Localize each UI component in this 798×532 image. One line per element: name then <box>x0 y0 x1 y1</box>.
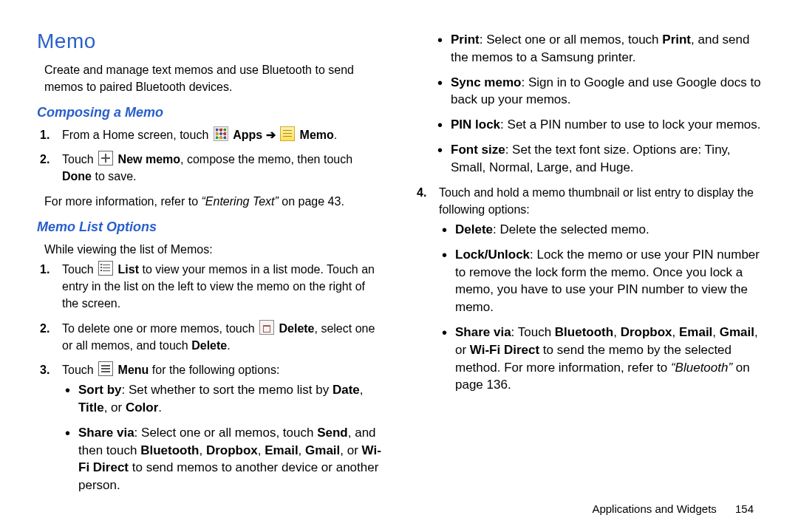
right-column: Print: Select one or all memos, touch Pr… <box>414 27 761 473</box>
apps-label: Apps <box>233 129 262 141</box>
left-column: Memo Create and manage text memos and us… <box>37 27 384 473</box>
text: : Delete the selected memo. <box>493 222 649 236</box>
memo-label: Memo <box>300 129 334 141</box>
text: , or <box>340 443 361 457</box>
title: Title <box>78 400 104 415</box>
text: to save. <box>92 170 136 183</box>
list-label: List <box>118 263 139 276</box>
email: Email <box>679 325 712 339</box>
text: , compose the memo, then touch <box>180 153 352 166</box>
text: . <box>334 129 337 141</box>
text: for the following options: <box>149 364 279 376</box>
opt-sharevia: Share via: Select one or all memos, touc… <box>75 424 384 494</box>
manual-page: Memo Create and manage text memos and us… <box>0 0 798 488</box>
hold-options: Delete: Delete the selected memo. Lock/U… <box>439 221 761 394</box>
menu-options: Sort by: Set whether to sort the memo li… <box>62 381 384 494</box>
send: Send <box>317 426 348 440</box>
listopts-steps: Touch List to view your memos in a list … <box>37 261 384 494</box>
text: , <box>360 383 364 397</box>
gmail: Gmail <box>720 325 754 339</box>
listopts-step-4: Touch and hold a memo thumbnail or list … <box>434 184 761 395</box>
date: Date <box>332 383 360 397</box>
opt-delete: Delete: Delete the selected memo. <box>452 221 761 239</box>
ref-link: “Bluetooth” <box>671 361 732 375</box>
listopts-heading: Memo List Options <box>37 217 384 236</box>
label: Lock/Unlock <box>455 248 530 262</box>
newmemo-label: New memo <box>118 153 180 166</box>
text: : Select one or all memos, touch <box>480 33 663 47</box>
text: : Set whether to sort the memo list by <box>122 383 332 397</box>
listopts-intro: While viewing the list of Memos: <box>44 241 384 258</box>
page-footer: Applications and Widgets 154 <box>592 501 754 517</box>
text: Touch and hold a memo thumbnail or list … <box>439 186 754 216</box>
label: Share via <box>455 325 511 339</box>
text: on page 43. <box>279 195 344 208</box>
opt-pinlock: PIN lock: Set a PIN number to use to loc… <box>448 116 761 134</box>
list-icon <box>98 261 113 276</box>
text: To delete one or more memos, touch <box>62 322 258 335</box>
listopts-step-4-wrap: Touch and hold a memo thumbnail or list … <box>414 184 761 395</box>
bluetooth: Bluetooth <box>140 443 199 457</box>
opt-lockunlock: Lock/Unlock: Lock the memo or use your P… <box>452 246 761 316</box>
opt-sharevia-2: Share via: Touch Bluetooth, Dropbox, Ema… <box>452 324 761 394</box>
color: Color <box>126 400 158 415</box>
opt-print: Print: Select one or all memos, touch Pr… <box>448 31 761 66</box>
arrow-icon: ➔ <box>266 129 279 141</box>
text: Touch <box>62 153 97 166</box>
new-memo-icon <box>98 151 113 166</box>
text: , <box>613 325 620 339</box>
text: , <box>258 443 265 457</box>
memo-icon <box>280 126 295 141</box>
menu-icon <box>98 361 113 376</box>
composing-step-1: From a Home screen, touch Apps ➔ Memo. <box>58 126 384 143</box>
listopts-step-3: Touch Menu for the following options: So… <box>58 361 384 494</box>
menu-options-cont: Print: Select one or all memos, touch Pr… <box>414 31 761 177</box>
delete-label-2: Delete <box>191 339 227 352</box>
apps-icon <box>214 126 228 141</box>
label: Print <box>451 33 480 47</box>
done-label: Done <box>62 170 92 183</box>
composing-step-2: Touch New memo, compose the memo, then t… <box>58 151 384 185</box>
text: : Select one or all memos, touch <box>134 426 318 440</box>
opt-sortby: Sort by: Set whether to sort the memo li… <box>75 381 384 417</box>
label: Share via <box>78 426 134 440</box>
text: : Touch <box>511 325 555 339</box>
gmail: Gmail <box>305 443 340 457</box>
text: , <box>712 325 719 339</box>
bluetooth: Bluetooth <box>555 325 613 339</box>
composing-heading: Composing a Memo <box>37 103 384 122</box>
text: Touch <box>62 364 97 376</box>
opt-fontsize: Font size: Set the text font size. Optio… <box>448 141 761 177</box>
listopts-step-1: Touch List to view your memos in a list … <box>58 261 384 313</box>
email: Email <box>265 443 298 457</box>
composing-ref: For more information, refer to “Entering… <box>44 193 384 210</box>
composing-steps: From a Home screen, touch Apps ➔ Memo. T… <box>37 126 384 185</box>
opt-sync: Sync memo: Sign in to Google and use Goo… <box>448 74 761 109</box>
text: . <box>158 400 162 415</box>
text: , <box>199 443 205 457</box>
text: , <box>299 443 305 457</box>
text: For more information, refer to <box>44 195 202 208</box>
footer-page-number: 154 <box>720 501 754 517</box>
print: Print <box>662 33 691 47</box>
label: Delete <box>455 222 493 236</box>
text: . <box>227 339 230 352</box>
menu-label: Menu <box>118 364 149 376</box>
ref-link: “Entering Text” <box>202 195 279 208</box>
footer-section: Applications and Widgets <box>592 502 716 515</box>
dropbox: Dropbox <box>206 443 258 457</box>
label: Sort by <box>78 383 122 397</box>
text: , or <box>104 400 126 415</box>
label: Sync memo <box>451 75 521 89</box>
wifidirect: Wi-Fi Direct <box>470 343 539 357</box>
intro-text: Create and manage text memos and use Blu… <box>44 61 384 95</box>
label: Font size <box>451 143 505 157</box>
page-title: Memo <box>37 27 384 57</box>
listopts-step-2: To delete one or more memos, touch Delet… <box>58 320 384 354</box>
text: Touch <box>62 263 97 276</box>
text: From a Home screen, touch <box>62 129 212 141</box>
text: , <box>672 325 679 339</box>
dropbox: Dropbox <box>621 325 672 339</box>
delete-icon <box>259 320 274 335</box>
label: PIN lock <box>451 117 500 132</box>
